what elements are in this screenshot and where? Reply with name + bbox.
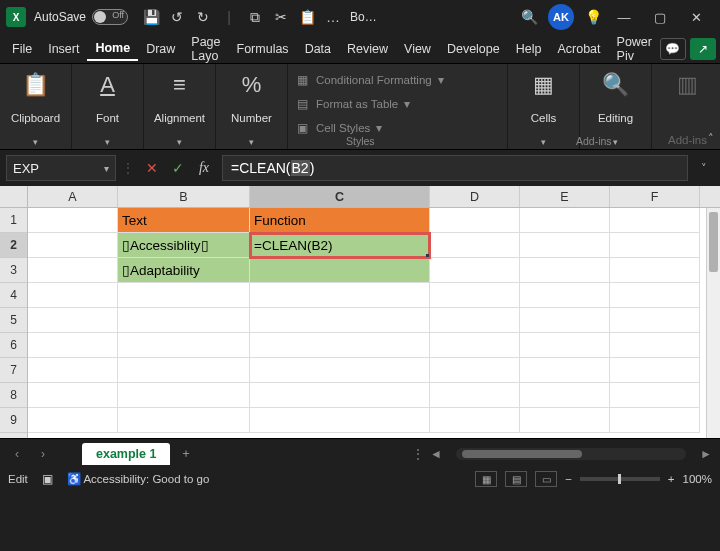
menu-insert[interactable]: Insert xyxy=(40,38,87,60)
hscroll-right-icon[interactable]: ► xyxy=(698,447,714,461)
user-avatar[interactable]: AK xyxy=(548,4,574,30)
scrollbar-thumb[interactable] xyxy=(462,450,582,458)
cell-b9[interactable] xyxy=(118,408,250,433)
cell-e9[interactable] xyxy=(520,408,610,433)
cell-b3[interactable]: ▯Adaptability xyxy=(118,258,250,283)
tabs-options-icon[interactable]: ⋮ xyxy=(412,447,424,461)
cell-c8[interactable] xyxy=(250,383,430,408)
select-all-corner[interactable] xyxy=(0,186,27,208)
menu-file[interactable]: File xyxy=(4,38,40,60)
comments-button[interactable]: 💬 xyxy=(660,38,686,60)
horizontal-scrollbar[interactable] xyxy=(456,448,686,460)
menu-help[interactable]: Help xyxy=(508,38,550,60)
cell-a8[interactable] xyxy=(28,383,118,408)
sheet-cells[interactable]: Text Function ▯Accessiblity▯ =CLEAN(B2) … xyxy=(28,208,720,433)
cell-c2[interactable]: =CLEAN(B2) xyxy=(250,233,430,258)
cell-f6[interactable] xyxy=(610,333,700,358)
row-header-5[interactable]: 5 xyxy=(0,308,27,333)
ribbon-font[interactable]: A Font ▾ xyxy=(72,64,144,149)
cell-c7[interactable] xyxy=(250,358,430,383)
col-header-e[interactable]: E xyxy=(520,186,610,207)
copy-icon[interactable]: ⧉ xyxy=(242,4,268,30)
cell-a4[interactable] xyxy=(28,283,118,308)
cell-c6[interactable] xyxy=(250,333,430,358)
undo-icon[interactable]: ↺ xyxy=(164,4,190,30)
cell-c9[interactable] xyxy=(250,408,430,433)
menu-power-pivot[interactable]: Power Piv xyxy=(609,31,660,67)
cell-a9[interactable] xyxy=(28,408,118,433)
qat-more-icon[interactable]: … xyxy=(320,4,346,30)
menu-home[interactable]: Home xyxy=(87,37,138,61)
menu-developer[interactable]: Develope xyxy=(439,38,508,60)
cell-a6[interactable] xyxy=(28,333,118,358)
col-header-d[interactable]: D xyxy=(430,186,520,207)
col-header-a[interactable]: A xyxy=(28,186,118,207)
cell-f4[interactable] xyxy=(610,283,700,308)
search-icon[interactable]: 🔍 xyxy=(516,4,542,30)
row-header-6[interactable]: 6 xyxy=(0,333,27,358)
close-button[interactable]: ✕ xyxy=(678,2,714,32)
cell-a7[interactable] xyxy=(28,358,118,383)
cell-b4[interactable] xyxy=(118,283,250,308)
minimize-button[interactable]: — xyxy=(606,2,642,32)
cell-b8[interactable] xyxy=(118,383,250,408)
cell-a2[interactable] xyxy=(28,233,118,258)
lightbulb-icon[interactable]: 💡 xyxy=(580,4,606,30)
enter-formula-button[interactable]: ✓ xyxy=(166,156,190,180)
col-header-b[interactable]: B xyxy=(118,186,250,207)
menu-data[interactable]: Data xyxy=(297,38,339,60)
menu-acrobat[interactable]: Acrobat xyxy=(549,38,608,60)
cell-c3[interactable] xyxy=(250,258,430,283)
zoom-slider-thumb[interactable] xyxy=(618,474,621,484)
tab-nav-next-icon[interactable]: › xyxy=(32,443,54,465)
cut-icon[interactable]: ✂ xyxy=(268,4,294,30)
col-header-c[interactable]: C xyxy=(250,186,430,207)
save-icon[interactable]: 💾 xyxy=(138,4,164,30)
cell-styles-button[interactable]: ▣Cell Styles ▾ xyxy=(294,116,501,140)
row-header-4[interactable]: 4 xyxy=(0,283,27,308)
cancel-formula-button[interactable]: ✕ xyxy=(140,156,164,180)
cell-f8[interactable] xyxy=(610,383,700,408)
cell-d4[interactable] xyxy=(430,283,520,308)
row-header-3[interactable]: 3 xyxy=(0,258,27,283)
cell-d9[interactable] xyxy=(430,408,520,433)
zoom-slider[interactable] xyxy=(580,477,660,481)
ribbon-number[interactable]: % Number ▾ xyxy=(216,64,288,149)
formula-input[interactable]: =CLEAN(B2) xyxy=(222,155,688,181)
cell-f5[interactable] xyxy=(610,308,700,333)
cell-d2[interactable] xyxy=(430,233,520,258)
cell-e2[interactable] xyxy=(520,233,610,258)
cell-b7[interactable] xyxy=(118,358,250,383)
cell-c5[interactable] xyxy=(250,308,430,333)
autosave-toggle[interactable]: Off xyxy=(92,9,128,25)
menu-view[interactable]: View xyxy=(396,38,439,60)
cell-b5[interactable] xyxy=(118,308,250,333)
view-break-icon[interactable]: ▭ xyxy=(535,471,557,487)
share-button[interactable]: ↗ xyxy=(690,38,716,60)
row-header-8[interactable]: 8 xyxy=(0,383,27,408)
cell-d6[interactable] xyxy=(430,333,520,358)
row-header-2[interactable]: 2 xyxy=(0,233,27,258)
cell-e7[interactable] xyxy=(520,358,610,383)
maximize-button[interactable]: ▢ xyxy=(642,2,678,32)
scrollbar-thumb[interactable] xyxy=(709,212,718,272)
cell-e8[interactable] xyxy=(520,383,610,408)
sheet-tab-active[interactable]: example 1 xyxy=(82,443,170,465)
insert-function-button[interactable]: fx xyxy=(192,156,216,180)
zoom-out-button[interactable]: − xyxy=(565,473,572,485)
col-header-f[interactable]: F xyxy=(610,186,700,207)
menu-review[interactable]: Review xyxy=(339,38,396,60)
row-header-7[interactable]: 7 xyxy=(0,358,27,383)
tab-nav-prev-icon[interactable]: ‹ xyxy=(6,443,28,465)
view-normal-icon[interactable]: ▦ xyxy=(475,471,497,487)
row-header-1[interactable]: 1 xyxy=(0,208,27,233)
expand-formula-bar-icon[interactable]: ˅ xyxy=(694,162,714,175)
cell-d8[interactable] xyxy=(430,383,520,408)
cell-e1[interactable] xyxy=(520,208,610,233)
menu-formulas[interactable]: Formulas xyxy=(229,38,297,60)
cell-f9[interactable] xyxy=(610,408,700,433)
row-header-9[interactable]: 9 xyxy=(0,408,27,433)
cell-e6[interactable] xyxy=(520,333,610,358)
fill-handle[interactable] xyxy=(426,254,430,258)
ribbon-cells[interactable]: ▦ Cells ▾ xyxy=(508,64,580,149)
